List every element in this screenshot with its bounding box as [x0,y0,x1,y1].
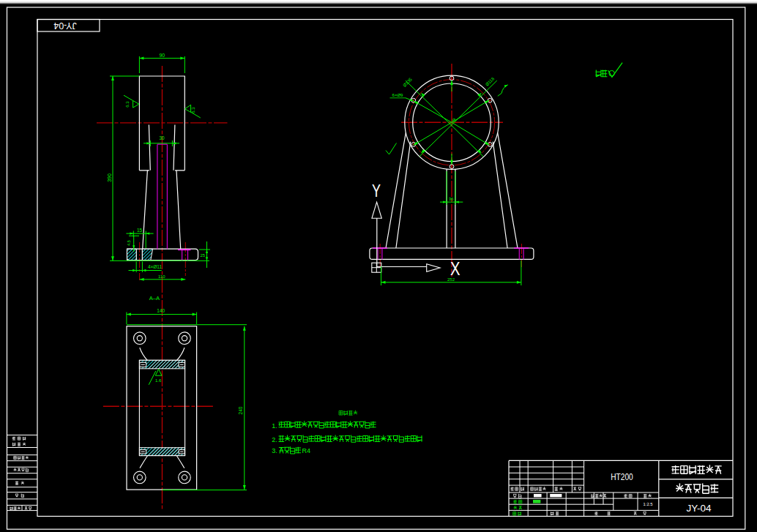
svg-text:3.: 3. [272,447,277,454]
svg-text:6×Ø9: 6×Ø9 [392,93,404,97]
svg-text:240: 240 [238,406,243,414]
svg-text:2.: 2. [272,436,277,443]
svg-text:15: 15 [137,228,143,233]
svg-text:R4: R4 [302,447,311,454]
svg-text:1.6: 1.6 [155,378,162,383]
svg-text:90: 90 [159,53,165,58]
svg-text:A–A: A–A [149,295,160,301]
svg-text:390: 390 [107,173,112,182]
svg-text:110: 110 [158,274,165,279]
svg-text:JY-04: JY-04 [686,503,712,514]
svg-text:Ø: Ø [452,118,456,122]
svg-text:140: 140 [157,308,165,313]
svg-text:4×Ø11: 4×Ø11 [148,264,163,269]
svg-text:Ø118: Ø118 [485,76,496,87]
svg-text:JY-04: JY-04 [53,20,77,31]
svg-text:30: 30 [159,135,165,141]
svg-text:Y: Y [372,181,381,201]
svg-text:36: 36 [449,197,454,201]
svg-text:X: X [450,258,460,280]
svg-text:6.3: 6.3 [192,107,196,113]
svg-text:6.3: 6.3 [125,101,130,108]
svg-text:HT200: HT200 [611,472,633,482]
svg-text:25: 25 [200,253,205,258]
svg-text:1:2.5: 1:2.5 [644,502,653,506]
svg-text:4.5: 4.5 [127,240,131,246]
svg-text:252: 252 [447,277,455,282]
svg-text:1.: 1. [272,422,277,430]
